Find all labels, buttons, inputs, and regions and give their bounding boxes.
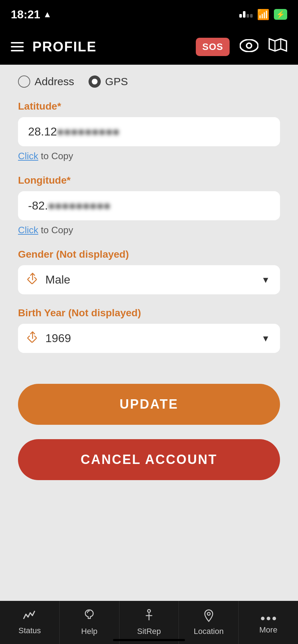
longitude-field-group: Longitude* -82.●●●●●●●●● Click to Copy xyxy=(18,175,280,236)
wifi-icon: 📶 xyxy=(257,9,270,20)
gender-label: Gender (Not displayed) xyxy=(18,249,280,260)
latitude-copy: Click to Copy xyxy=(18,151,280,162)
birth-year-chevron-icon: ▼ xyxy=(261,334,270,344)
nav-label-more: More xyxy=(259,625,277,635)
longitude-copy-link[interactable]: Click xyxy=(18,225,38,235)
link-icon-2 xyxy=(25,330,42,347)
gender-field-group: Gender (Not displayed) Male ▼ xyxy=(18,249,280,294)
svg-line-5 xyxy=(29,273,36,280)
birth-year-label: Birth Year (Not displayed) xyxy=(18,307,280,319)
nav-item-location[interactable]: Location xyxy=(179,601,239,644)
longitude-label: Longitude* xyxy=(18,175,280,186)
svg-line-6 xyxy=(29,332,36,338)
birth-year-select[interactable]: 1969 ▼ xyxy=(18,324,280,353)
latitude-redacted: ●●●●●●●●● xyxy=(57,125,119,138)
cancel-account-button[interactable]: CANCEL ACCOUNT xyxy=(18,439,280,480)
birth-year-field-group: Birth Year (Not displayed) 1969 ▼ xyxy=(18,307,280,353)
latitude-label: Latitude* xyxy=(18,101,280,112)
svg-point-2 xyxy=(247,44,251,47)
svg-point-13 xyxy=(272,617,276,620)
battery-icon: ⚡ xyxy=(274,9,287,20)
location-type-radio-group: Address GPS xyxy=(18,75,280,88)
header: PROFILE SOS xyxy=(0,29,298,65)
help-icon xyxy=(84,609,95,624)
nav-item-more[interactable]: More xyxy=(239,601,298,644)
longitude-copy: Click to Copy xyxy=(18,225,280,236)
birth-year-select-left: 1969 xyxy=(28,332,71,345)
latitude-copy-link[interactable]: Click xyxy=(18,151,38,161)
map-icon[interactable] xyxy=(268,37,287,56)
gender-select[interactable]: Male ▼ xyxy=(18,265,280,294)
longitude-redacted: ●●●●●●●●● xyxy=(48,199,110,212)
latitude-field-group: Latitude* 28.12●●●●●●●●● Click to Copy xyxy=(18,101,280,162)
status-time: 18:21 ▲ xyxy=(11,8,52,21)
address-radio[interactable]: Address xyxy=(18,75,74,88)
gender-chevron-icon: ▼ xyxy=(261,275,270,285)
gps-radio[interactable]: GPS xyxy=(89,75,128,88)
svg-point-10 xyxy=(207,612,210,615)
eye-icon[interactable] xyxy=(240,38,258,56)
bottom-nav: Status Help SitRep Loca xyxy=(0,601,298,644)
nav-item-sitrep[interactable]: SitRep xyxy=(119,601,179,644)
longitude-input[interactable]: -82.●●●●●●●●● xyxy=(18,191,280,220)
nav-item-status[interactable]: Status xyxy=(0,601,60,644)
latitude-input[interactable]: 28.12●●●●●●●●● xyxy=(18,117,280,146)
page-title: PROFILE xyxy=(32,39,97,55)
home-indicator xyxy=(113,639,185,641)
update-button[interactable]: UPDATE xyxy=(18,384,280,425)
menu-button[interactable] xyxy=(11,42,24,51)
nav-label-sitrep: SitRep xyxy=(137,627,161,636)
more-icon xyxy=(261,610,276,622)
nav-item-help[interactable]: Help xyxy=(60,601,119,644)
status-icon xyxy=(23,610,36,623)
svg-point-12 xyxy=(267,617,270,620)
svg-point-11 xyxy=(261,617,265,620)
signal-icon xyxy=(239,11,253,18)
main-content: Address GPS Latitude* 28.12●●●●●●●●● Cli… xyxy=(0,65,298,604)
link-icon xyxy=(25,271,42,288)
birth-year-value: 1969 xyxy=(45,332,71,345)
location-icon xyxy=(204,609,214,624)
gps-radio-circle xyxy=(89,75,101,88)
sitrep-icon xyxy=(145,609,153,624)
address-radio-circle xyxy=(18,75,30,88)
sos-button[interactable]: SOS xyxy=(196,38,230,56)
svg-point-7 xyxy=(148,610,150,612)
nav-label-status: Status xyxy=(18,626,41,635)
gender-value: Male xyxy=(45,273,70,286)
status-icons: 📶 ⚡ xyxy=(239,9,287,20)
nav-label-help: Help xyxy=(81,627,98,636)
nav-arrow-icon: ▲ xyxy=(43,9,52,19)
status-bar: 18:21 ▲ 📶 ⚡ xyxy=(0,0,298,29)
gender-select-left: Male xyxy=(28,273,70,286)
nav-label-location: Location xyxy=(194,627,224,636)
